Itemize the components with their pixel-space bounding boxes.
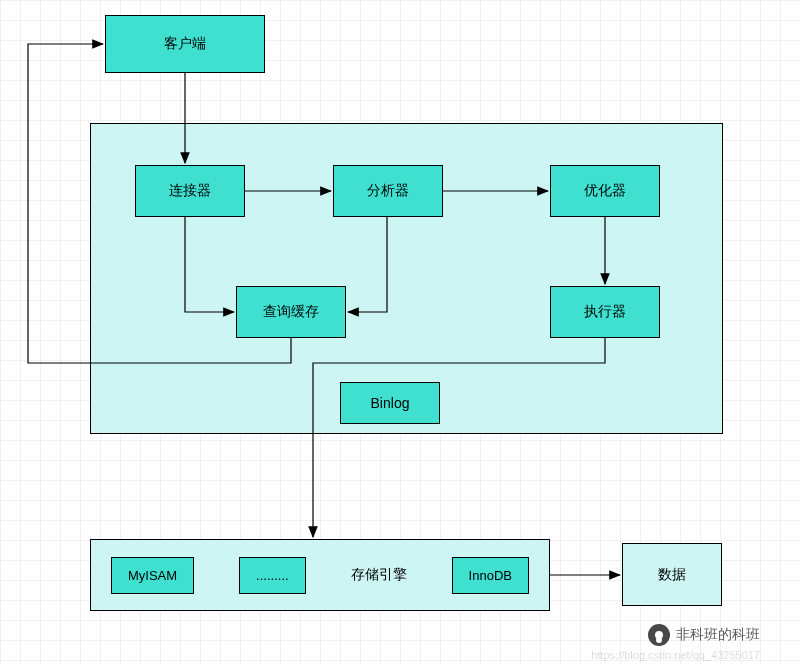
storage-engines-container: MyISAM ......... 存储引擎 InnoDB <box>90 539 550 611</box>
analyzer-node: 分析器 <box>333 165 443 217</box>
watermark-text: 非科班的科班 <box>676 626 760 644</box>
watermark: 非科班的科班 <box>648 624 760 646</box>
executor-node: 执行器 <box>550 286 660 338</box>
client-node: 客户端 <box>105 15 265 73</box>
query-cache-node: 查询缓存 <box>236 286 346 338</box>
storage-engine-label: 存储引擎 <box>351 566 407 584</box>
watermark-url: https://blog.csdn.net/qq_43255017 <box>591 649 760 661</box>
connector-node: 连接器 <box>135 165 245 217</box>
wechat-icon <box>648 624 670 646</box>
engine-ellipsis: ......... <box>239 557 306 594</box>
optimizer-node: 优化器 <box>550 165 660 217</box>
binlog-node: Binlog <box>340 382 440 424</box>
data-node: 数据 <box>622 543 722 606</box>
engine-innodb: InnoDB <box>452 557 529 594</box>
engine-myisam: MyISAM <box>111 557 194 594</box>
